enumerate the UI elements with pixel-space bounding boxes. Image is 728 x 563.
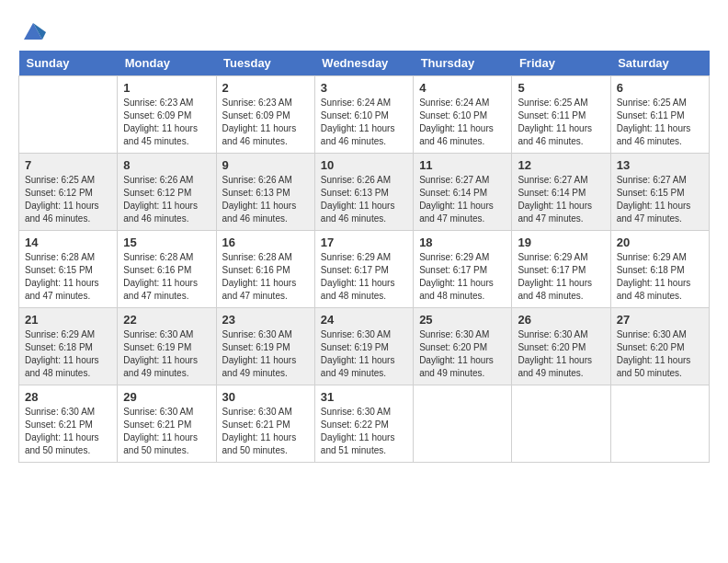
day-info: Sunrise: 6:23 AM Sunset: 6:09 PM Dayligh… [222, 97, 309, 148]
day-info: Sunrise: 6:30 AM Sunset: 6:20 PM Dayligh… [617, 328, 703, 380]
day-info: Sunrise: 6:25 AM Sunset: 6:11 PM Dayligh… [617, 97, 703, 148]
calendar-cell: 2Sunrise: 6:23 AM Sunset: 6:09 PM Daylig… [216, 76, 314, 154]
day-info: Sunrise: 6:30 AM Sunset: 6:19 PM Dayligh… [222, 328, 309, 380]
calendar-cell: 27Sunrise: 6:30 AM Sunset: 6:20 PM Dayli… [610, 308, 709, 385]
page-header [18, 18, 710, 41]
day-number: 9 [222, 158, 309, 172]
day-number: 1 [123, 81, 210, 95]
calendar-cell: 15Sunrise: 6:28 AM Sunset: 6:16 PM Dayli… [118, 231, 216, 308]
calendar-cell [610, 385, 709, 463]
day-info: Sunrise: 6:27 AM Sunset: 6:14 PM Dayligh… [419, 174, 506, 225]
column-header-sunday: Sunday [19, 51, 118, 76]
day-info: Sunrise: 6:29 AM Sunset: 6:17 PM Dayligh… [518, 251, 604, 303]
calendar-table: SundayMondayTuesdayWednesdayThursdayFrid… [18, 51, 710, 463]
column-header-monday: Monday [118, 51, 216, 76]
day-number: 22 [123, 313, 210, 327]
calendar-cell [414, 385, 512, 463]
calendar-cell: 22Sunrise: 6:30 AM Sunset: 6:19 PM Dayli… [118, 308, 216, 385]
calendar-cell: 28Sunrise: 6:30 AM Sunset: 6:21 PM Dayli… [19, 385, 118, 463]
calendar-cell: 4Sunrise: 6:24 AM Sunset: 6:10 PM Daylig… [414, 76, 512, 154]
calendar-header-row: SundayMondayTuesdayWednesdayThursdayFrid… [19, 51, 710, 76]
day-info: Sunrise: 6:28 AM Sunset: 6:16 PM Dayligh… [222, 251, 309, 303]
column-header-friday: Friday [512, 51, 610, 76]
day-number: 12 [518, 158, 604, 172]
calendar-cell: 7Sunrise: 6:25 AM Sunset: 6:12 PM Daylig… [19, 154, 118, 231]
column-header-saturday: Saturday [610, 51, 709, 76]
day-number: 25 [419, 313, 506, 327]
day-info: Sunrise: 6:30 AM Sunset: 6:19 PM Dayligh… [123, 328, 210, 380]
day-info: Sunrise: 6:30 AM Sunset: 6:20 PM Dayligh… [419, 328, 506, 380]
day-info: Sunrise: 6:28 AM Sunset: 6:15 PM Dayligh… [25, 251, 111, 303]
calendar-cell: 8Sunrise: 6:26 AM Sunset: 6:12 PM Daylig… [118, 154, 216, 231]
calendar-week-row: 1Sunrise: 6:23 AM Sunset: 6:09 PM Daylig… [19, 76, 710, 154]
day-number: 30 [222, 390, 309, 404]
logo [18, 18, 46, 41]
calendar-week-row: 21Sunrise: 6:29 AM Sunset: 6:18 PM Dayli… [19, 308, 710, 385]
calendar-cell: 21Sunrise: 6:29 AM Sunset: 6:18 PM Dayli… [19, 308, 118, 385]
day-info: Sunrise: 6:29 AM Sunset: 6:18 PM Dayligh… [617, 251, 703, 303]
column-header-tuesday: Tuesday [216, 51, 314, 76]
day-info: Sunrise: 6:30 AM Sunset: 6:21 PM Dayligh… [25, 406, 111, 457]
calendar-week-row: 14Sunrise: 6:28 AM Sunset: 6:15 PM Dayli… [19, 231, 710, 308]
day-number: 5 [518, 81, 604, 95]
calendar-cell: 31Sunrise: 6:30 AM Sunset: 6:22 PM Dayli… [314, 385, 413, 463]
day-number: 3 [321, 81, 407, 95]
day-number: 14 [25, 236, 111, 249]
day-info: Sunrise: 6:30 AM Sunset: 6:22 PM Dayligh… [321, 406, 407, 457]
calendar-cell: 5Sunrise: 6:25 AM Sunset: 6:11 PM Daylig… [512, 76, 610, 154]
calendar-cell: 19Sunrise: 6:29 AM Sunset: 6:17 PM Dayli… [512, 231, 610, 308]
calendar-cell: 9Sunrise: 6:26 AM Sunset: 6:13 PM Daylig… [216, 154, 314, 231]
logo-text [18, 18, 46, 41]
day-number: 2 [222, 81, 309, 95]
day-number: 7 [25, 158, 111, 172]
day-info: Sunrise: 6:26 AM Sunset: 6:13 PM Dayligh… [321, 174, 407, 225]
calendar-cell: 13Sunrise: 6:27 AM Sunset: 6:15 PM Dayli… [610, 154, 709, 231]
calendar-week-row: 28Sunrise: 6:30 AM Sunset: 6:21 PM Dayli… [19, 385, 710, 463]
column-header-thursday: Thursday [414, 51, 512, 76]
day-info: Sunrise: 6:30 AM Sunset: 6:21 PM Dayligh… [123, 406, 210, 457]
day-info: Sunrise: 6:30 AM Sunset: 6:19 PM Dayligh… [321, 328, 407, 380]
calendar-cell: 23Sunrise: 6:30 AM Sunset: 6:19 PM Dayli… [216, 308, 314, 385]
day-info: Sunrise: 6:26 AM Sunset: 6:12 PM Dayligh… [123, 174, 210, 225]
calendar-cell: 24Sunrise: 6:30 AM Sunset: 6:19 PM Dayli… [314, 308, 413, 385]
calendar-cell: 12Sunrise: 6:27 AM Sunset: 6:14 PM Dayli… [512, 154, 610, 231]
day-info: Sunrise: 6:30 AM Sunset: 6:21 PM Dayligh… [222, 406, 309, 457]
day-info: Sunrise: 6:30 AM Sunset: 6:20 PM Dayligh… [518, 328, 604, 380]
day-number: 27 [617, 313, 703, 327]
day-number: 11 [419, 158, 506, 172]
calendar-cell: 26Sunrise: 6:30 AM Sunset: 6:20 PM Dayli… [512, 308, 610, 385]
day-number: 8 [123, 158, 210, 172]
day-number: 23 [222, 313, 309, 327]
column-header-wednesday: Wednesday [314, 51, 413, 76]
day-number: 10 [321, 158, 407, 172]
calendar-cell: 11Sunrise: 6:27 AM Sunset: 6:14 PM Dayli… [414, 154, 512, 231]
day-info: Sunrise: 6:29 AM Sunset: 6:17 PM Dayligh… [419, 251, 506, 303]
day-number: 6 [617, 81, 703, 95]
day-info: Sunrise: 6:24 AM Sunset: 6:10 PM Dayligh… [419, 97, 506, 148]
day-info: Sunrise: 6:26 AM Sunset: 6:13 PM Dayligh… [222, 174, 309, 225]
day-number: 28 [25, 390, 111, 404]
day-number: 21 [25, 313, 111, 327]
day-number: 31 [321, 390, 407, 404]
day-info: Sunrise: 6:29 AM Sunset: 6:18 PM Dayligh… [25, 328, 111, 380]
day-info: Sunrise: 6:25 AM Sunset: 6:11 PM Dayligh… [518, 97, 604, 148]
calendar-cell: 20Sunrise: 6:29 AM Sunset: 6:18 PM Dayli… [610, 231, 709, 308]
day-number: 19 [518, 236, 604, 249]
day-number: 29 [123, 390, 210, 404]
day-number: 24 [321, 313, 407, 327]
day-info: Sunrise: 6:27 AM Sunset: 6:14 PM Dayligh… [518, 174, 604, 225]
calendar-cell: 30Sunrise: 6:30 AM Sunset: 6:21 PM Dayli… [216, 385, 314, 463]
day-info: Sunrise: 6:29 AM Sunset: 6:17 PM Dayligh… [321, 251, 407, 303]
day-number: 26 [518, 313, 604, 327]
calendar-cell: 10Sunrise: 6:26 AM Sunset: 6:13 PM Dayli… [314, 154, 413, 231]
day-number: 16 [222, 236, 309, 249]
calendar-cell: 29Sunrise: 6:30 AM Sunset: 6:21 PM Dayli… [118, 385, 216, 463]
day-info: Sunrise: 6:28 AM Sunset: 6:16 PM Dayligh… [123, 251, 210, 303]
day-number: 15 [123, 236, 210, 249]
calendar-week-row: 7Sunrise: 6:25 AM Sunset: 6:12 PM Daylig… [19, 154, 710, 231]
day-number: 17 [321, 236, 407, 249]
day-info: Sunrise: 6:27 AM Sunset: 6:15 PM Dayligh… [617, 174, 703, 225]
calendar-cell [19, 76, 118, 154]
calendar-cell: 18Sunrise: 6:29 AM Sunset: 6:17 PM Dayli… [414, 231, 512, 308]
day-number: 20 [617, 236, 703, 249]
